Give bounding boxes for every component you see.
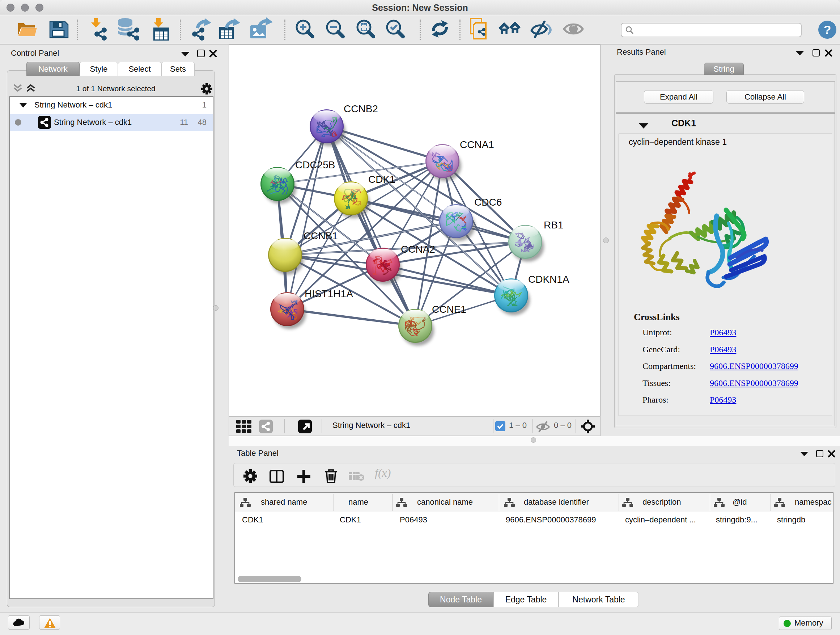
svg-text:CDK1: CDK1 [368, 174, 395, 185]
svg-text:CDKN1A: CDKN1A [528, 274, 569, 285]
svg-text:CDC6: CDC6 [474, 196, 502, 208]
svg-text:HIST1H1A: HIST1H1A [305, 288, 353, 299]
svg-text:CCNA1: CCNA1 [460, 139, 494, 150]
svg-text:CCNB1: CCNB1 [303, 230, 338, 241]
svg-text:CCNB2: CCNB2 [344, 103, 378, 114]
svg-text:CCNA2: CCNA2 [401, 244, 435, 255]
svg-text:CCNE1: CCNE1 [432, 304, 466, 315]
svg-text:RB1: RB1 [544, 219, 563, 231]
svg-text:CDC25B: CDC25B [295, 159, 335, 171]
